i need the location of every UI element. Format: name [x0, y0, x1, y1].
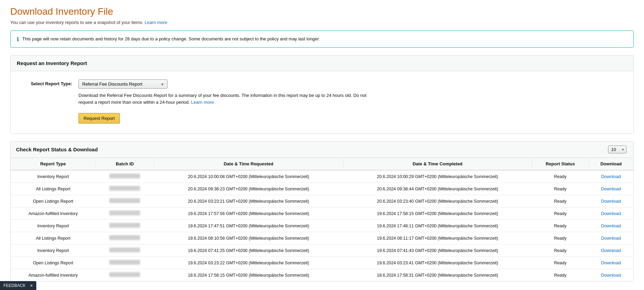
table-body: Inventory Report20.6.2024 10:00:08 GMT+0…: [11, 170, 633, 281]
table-row: All Listings Report19.6.2024 08:10:58 GM…: [11, 232, 633, 244]
cell-status: Ready: [532, 269, 589, 281]
table-header: Report Type Batch ID Date & Time Request…: [11, 158, 633, 170]
report-type-form-row: Select Report Type: Referral Fee Discoun…: [17, 79, 627, 105]
request-section-header: Request an Inventory Report: [11, 55, 633, 71]
page-subtitle: You can use your inventory reports to se…: [10, 20, 634, 25]
download-link[interactable]: Download: [601, 273, 621, 278]
cell-status: Ready: [532, 195, 589, 207]
batch-id-value: [109, 272, 140, 277]
info-banner-text: This page will now retain documents and …: [22, 36, 320, 42]
cell-report-type: All Listings Report: [11, 232, 96, 244]
cell-report-type: All Listings Report: [11, 183, 96, 195]
per-page-select[interactable]: 10 25 50 100: [608, 146, 627, 153]
cell-date-requested: 19.6.2024 17:47:51 GMT+0200 (Mitteleurop…: [154, 220, 343, 232]
cell-download: Download: [589, 183, 633, 195]
cell-download: Download: [589, 232, 633, 244]
col-header-report-type: Report Type: [11, 158, 96, 170]
table-row: Inventory Report19.6.2024 07:41:25 GMT+0…: [11, 244, 633, 257]
batch-id-value: [109, 186, 140, 191]
cell-status: Ready: [532, 244, 589, 257]
cell-report-type: Open Listings Report: [11, 257, 96, 269]
batch-id-value: [109, 223, 140, 228]
cell-download: Download: [589, 269, 633, 281]
request-section-body: Select Report Type: Referral Fee Discoun…: [11, 71, 633, 133]
download-link[interactable]: Download: [601, 211, 621, 216]
cell-batch-id: [96, 257, 154, 269]
table-header-row: Report Type Batch ID Date & Time Request…: [11, 158, 633, 170]
cell-download: Download: [589, 257, 633, 269]
batch-id-value: [109, 235, 140, 240]
batch-id-value: [109, 248, 140, 252]
col-header-date-completed: Date & Time Completed: [343, 158, 532, 170]
batch-id-value: [109, 174, 140, 178]
cell-date-completed: 19.6.2024 17:48:11 GMT+0200 (Mitteleurop…: [343, 220, 532, 232]
report-type-select-wrapper[interactable]: Referral Fee Discounts Report Inventory …: [78, 79, 168, 89]
cell-date-completed: 19.6.2024 08:11:17 GMT+0200 (Mitteleurop…: [343, 232, 532, 244]
report-type-control-col: Referral Fee Discounts Report Inventory …: [78, 79, 627, 105]
cell-date-requested: 20.6.2024 10:00:08 GMT+0200 (Mitteleurop…: [154, 170, 343, 183]
cell-date-completed: 20.6.2024 03:23:40 GMT+0200 (Mitteleurop…: [343, 195, 532, 207]
request-btn-row: Request Report: [17, 113, 627, 124]
table-row: Open Listings Report20.6.2024 03:23:21 G…: [11, 195, 633, 207]
table-row: Amazon-fulfilled Inventory19.6.2024 17:5…: [11, 207, 633, 220]
info-banner: ℹ This page will now retain documents an…: [10, 30, 634, 48]
cell-status: Ready: [532, 220, 589, 232]
table-row: Open Listings Report19.6.2024 03:23:22 G…: [11, 257, 633, 269]
report-description-learn-more-link[interactable]: Learn more: [191, 100, 214, 105]
feedback-label: FEEDBACK: [3, 283, 26, 288]
table-row: Inventory Report20.6.2024 10:00:08 GMT+0…: [11, 170, 633, 183]
cell-batch-id: [96, 244, 154, 257]
cell-batch-id: [96, 220, 154, 232]
cell-date-completed: 19.6.2024 17:58:15 GMT+0200 (Mitteleurop…: [343, 207, 532, 220]
cell-status: Ready: [532, 232, 589, 244]
cell-batch-id: [96, 207, 154, 220]
table-row: All Listings Report20.6.2024 09:38:23 GM…: [11, 183, 633, 195]
download-link[interactable]: Download: [601, 260, 621, 265]
cell-batch-id: [96, 183, 154, 195]
per-page-select-wrapper[interactable]: 10 25 50 100: [608, 146, 627, 153]
batch-id-value: [109, 198, 140, 203]
cell-report-type: Amazon-fulfilled Inventory: [11, 207, 96, 220]
table-row: Inventory Report19.6.2024 17:47:51 GMT+0…: [11, 220, 633, 232]
report-table: Report Type Batch ID Date & Time Request…: [11, 158, 633, 281]
feedback-close-icon[interactable]: ✕: [30, 283, 33, 288]
report-description: Download the Referral Fee Discounts Repo…: [78, 92, 373, 105]
cell-download: Download: [589, 220, 633, 232]
cell-report-type: Amazon-fulfilled Inventory: [11, 269, 96, 281]
table-section-title: Check Report Status & Download: [16, 147, 98, 152]
cell-batch-id: [96, 269, 154, 281]
download-link[interactable]: Download: [601, 236, 621, 241]
page-title: Download Inventory File: [10, 6, 634, 17]
subtitle-learn-more-link[interactable]: Learn more: [145, 20, 167, 25]
request-report-button[interactable]: Request Report: [78, 113, 120, 124]
cell-batch-id: [96, 232, 154, 244]
col-header-status: Report Status: [532, 158, 589, 170]
cell-status: Ready: [532, 170, 589, 183]
cell-date-requested: 20.6.2024 09:38:23 GMT+0200 (Mitteleurop…: [154, 183, 343, 195]
cell-batch-id: [96, 170, 154, 183]
download-link[interactable]: Download: [601, 186, 621, 191]
report-type-select[interactable]: Referral Fee Discounts Report Inventory …: [78, 79, 168, 89]
cell-batch-id: [96, 195, 154, 207]
col-header-download: Download: [589, 158, 633, 170]
report-type-label: Select Report Type:: [17, 79, 78, 86]
cell-date-requested: 18.6.2024 17:58:15 GMT+0200 (Mitteleurop…: [154, 269, 343, 281]
feedback-button[interactable]: FEEDBACK ✕: [0, 281, 36, 290]
cell-date-completed: 19.6.2024 03:23:41 GMT+0200 (Mitteleurop…: [343, 257, 532, 269]
report-status-section: Check Report Status & Download 10 25 50 …: [10, 141, 634, 281]
cell-status: Ready: [532, 207, 589, 220]
batch-id-value: [109, 211, 140, 215]
cell-date-completed: 18.6.2024 17:58:31 GMT+0200 (Mitteleurop…: [343, 269, 532, 281]
download-link[interactable]: Download: [601, 248, 621, 253]
subtitle-text: You can use your inventory reports to se…: [10, 20, 143, 25]
cell-download: Download: [589, 244, 633, 257]
table-row: Amazon-fulfilled Inventory18.6.2024 17:5…: [11, 269, 633, 281]
cell-download: Download: [589, 170, 633, 183]
download-link[interactable]: Download: [601, 174, 621, 179]
col-header-date-requested: Date & Time Requested: [154, 158, 343, 170]
download-link[interactable]: Download: [601, 223, 621, 228]
cell-report-type: Open Listings Report: [11, 195, 96, 207]
cell-download: Download: [589, 207, 633, 220]
cell-report-type: Inventory Report: [11, 220, 96, 232]
download-link[interactable]: Download: [601, 199, 621, 204]
